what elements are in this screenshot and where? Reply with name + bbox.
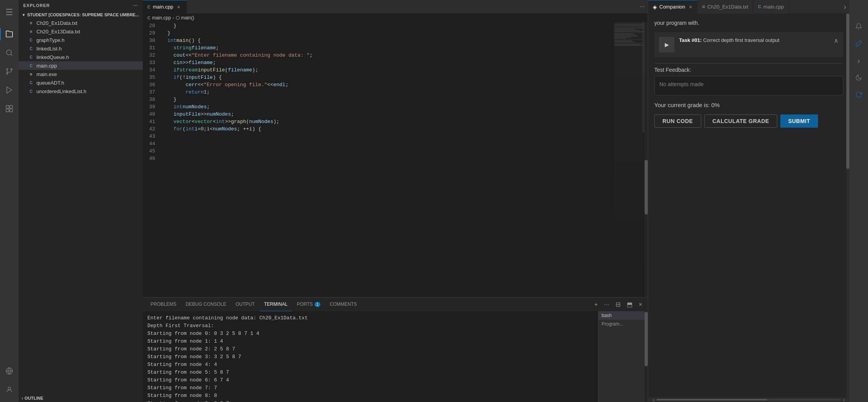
svg-rect-8 (10, 109, 12, 112)
panel-close-icon[interactable]: × (636, 300, 645, 309)
ports-badge: 1 (315, 302, 321, 307)
code-line-37: if (!inputFile) { (161, 74, 614, 81)
companion-scrollbar[interactable]: ◄ ► (648, 397, 849, 402)
sidebar-more-icon[interactable]: ··· (133, 3, 138, 8)
file-item-linkedlist[interactable]: C linkedList.h (19, 44, 143, 53)
explorer-icon[interactable] (0, 25, 19, 43)
tab-terminal[interactable]: TERMINAL (259, 298, 292, 311)
task-info: Task #01: Correct depth first traversal … (679, 37, 829, 44)
tab-label: main.cpp (153, 4, 173, 10)
divider (654, 63, 843, 64)
scrollbar-track (657, 399, 841, 400)
terminal-line-10: Starting from node 7: 7 (147, 384, 593, 392)
outline-row[interactable]: › OUTLINE (19, 394, 143, 402)
companion-tab[interactable]: ◈ Companion × (648, 0, 697, 14)
svg-point-1 (7, 69, 8, 70)
editor-container: 28 29 30 31 32 33 34 35 36 37 38 39 40 4… (143, 22, 648, 402)
terminal-line-9: Starting from node 6: 6 7 4 (147, 376, 593, 384)
file-item-ch20ex13[interactable]: ≡ Ch20_Ex13Data.txt (19, 27, 143, 36)
code-area[interactable]: } } int main() { string filename; cout <… (158, 22, 614, 297)
file-item-ch20ex1[interactable]: ≡ Ch20_Ex1Data.txt (19, 19, 143, 27)
tab-output[interactable]: OUTPUT (231, 298, 259, 311)
scrollbar-thumb (657, 399, 767, 400)
run-code-button[interactable]: RUN CODE (654, 114, 701, 128)
tab-ports[interactable]: PORTS 1 (292, 298, 325, 311)
breadcrumb-symbol-icon: ⬡ (176, 15, 180, 21)
editor-more-icon[interactable]: ··· (636, 3, 648, 10)
submit-button[interactable]: SUBMIT (780, 114, 818, 128)
calculate-grade-button[interactable]: CALCULATE GRADE (704, 114, 777, 128)
account-icon[interactable] (0, 380, 19, 399)
editor-scrollbar[interactable] (645, 22, 648, 297)
tab-close-icon[interactable]: × (176, 4, 182, 10)
ch20-tab[interactable]: ≡ Ch20_Ex1Data.txt (697, 0, 754, 14)
tab-maincpp[interactable]: C main.cpp × (143, 0, 187, 14)
terminal-line-12: Starting from node 9: 9 8 7 (147, 400, 593, 402)
file-name: linkedList.h (36, 46, 62, 52)
workspace-title-row[interactable]: ▼ STUDENT [CODESPACES: SUPREME SPACE UMB… (19, 11, 143, 19)
task-play-button[interactable] (659, 37, 674, 52)
terminal-line-3: Starting from node 0: 0 3 2 5 8 7 1 4 (147, 330, 593, 338)
tab-output-label: OUTPUT (235, 302, 254, 307)
panel-more-icon[interactable]: ··· (602, 300, 611, 309)
activity-bar: ☰ (0, 0, 19, 402)
arrow-right-icon[interactable]: › (851, 53, 866, 68)
task-expand-icon[interactable]: ∧ (834, 37, 839, 44)
file-item-queueadt[interactable]: C queueADT.h (19, 78, 143, 87)
main-cpp-right-tab-icon: C (758, 4, 761, 9)
svg-point-0 (7, 50, 12, 55)
notification-icon[interactable] (851, 19, 866, 34)
file-name: main.exe (36, 71, 57, 77)
companion-scroll-thumb (846, 14, 849, 169)
menu-icon[interactable]: ☰ (0, 3, 19, 22)
tab-terminal-label: TERMINAL (264, 302, 288, 307)
workspace-chevron-icon: ▼ (22, 13, 26, 17)
companion-tab-bar: ◈ Companion × ≡ Ch20_Ex1Data.txt C main.… (648, 0, 849, 14)
terminal-session-program[interactable]: Program... (598, 320, 645, 328)
refresh-icon[interactable] (851, 87, 866, 102)
file-item-maincpp[interactable]: C main.cpp (19, 61, 143, 70)
tab-debug-console[interactable]: DEBUG CONSOLE (181, 298, 231, 311)
file-item-mainexe[interactable]: ≡ main.exe (19, 70, 143, 78)
right-sidebar: › (849, 0, 868, 402)
tab-problems-label: PROBLEMS (150, 302, 176, 307)
brush-icon[interactable] (851, 36, 866, 51)
svg-point-2 (11, 69, 12, 70)
terminal-line-1: Enter filename containing node data: Ch2… (147, 314, 593, 322)
terminal-scrollbar[interactable] (645, 311, 648, 402)
file-h-icon: C (28, 37, 34, 43)
right-panel-more-icon[interactable]: › (840, 2, 849, 11)
outline-chevron-icon: › (22, 396, 23, 400)
panel-split-icon[interactable]: ⊟ (613, 300, 623, 309)
search-icon[interactable] (0, 43, 19, 62)
svg-rect-5 (6, 106, 9, 108)
terminal-line-11: Starting from node 8: 8 (147, 392, 593, 400)
panel-maximize-icon[interactable]: ⬒ (624, 300, 635, 309)
companion-content-wrapper: your program with. Task #01: Correct dep… (648, 14, 849, 402)
scrollbar-left-arrow[interactable]: ◄ (650, 398, 657, 402)
source-control-icon[interactable] (0, 62, 19, 81)
tab-debug-label: DEBUG CONSOLE (186, 302, 227, 307)
extensions-icon[interactable] (0, 99, 19, 118)
run-debug-icon[interactable] (0, 81, 19, 99)
moon-icon[interactable] (851, 70, 866, 85)
companion-tab-close[interactable]: × (689, 4, 692, 10)
companion-panel: ◈ Companion × ≡ Ch20_Ex1Data.txt C main.… (648, 0, 849, 402)
tab-comments[interactable]: COMMENTS (325, 298, 361, 311)
breadcrumb-sep: › (173, 15, 174, 21)
terminal-session-bash[interactable]: bash (598, 311, 645, 320)
file-name: Ch20_Ex13Data.txt (36, 29, 80, 35)
companion-vertical-scrollbar[interactable] (846, 14, 849, 402)
terminal-content[interactable]: Enter filename containing node data: Ch2… (143, 311, 598, 402)
ch20-tab-icon: ≡ (702, 3, 705, 10)
remote-icon[interactable] (0, 362, 19, 380)
tab-problems[interactable]: PROBLEMS (146, 298, 181, 311)
file-item-unorderedlinked[interactable]: C unorderedLinkedList.h (19, 87, 143, 95)
panel-add-icon[interactable]: + (592, 300, 600, 309)
file-name: unorderedLinkedList.h (36, 88, 86, 94)
main-cpp-right-tab[interactable]: C main.cpp (753, 0, 789, 14)
file-item-graphtype[interactable]: C graphType.h (19, 36, 143, 44)
sidebar: EXPLORER ··· ▼ STUDENT [CODESPACES: SUPR… (19, 0, 143, 402)
file-item-linkedqueue[interactable]: C linkedQueue.h (19, 53, 143, 61)
editor-panel[interactable]: 28 29 30 31 32 33 34 35 36 37 38 39 40 4… (143, 22, 648, 297)
